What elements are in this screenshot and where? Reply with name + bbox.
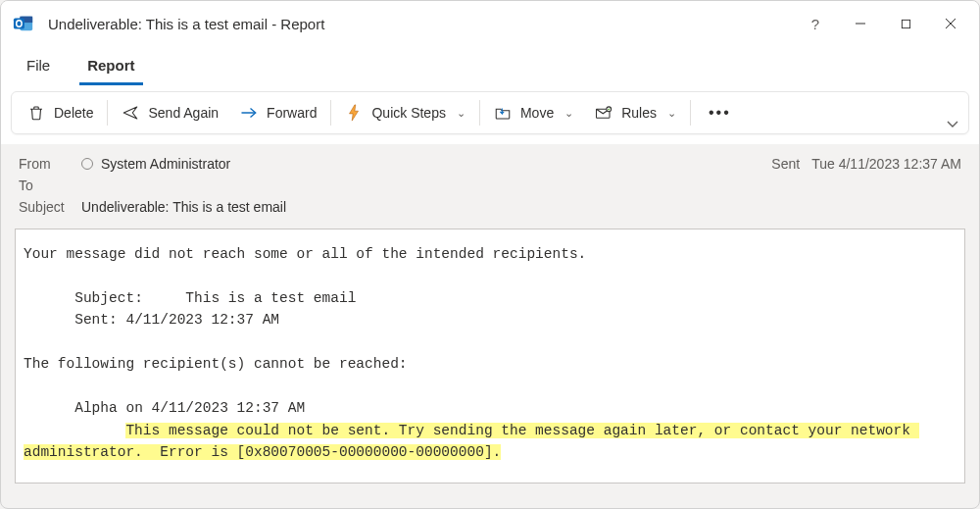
ellipsis-icon: •••	[709, 104, 731, 122]
close-button[interactable]	[928, 1, 973, 46]
sent-label: Sent	[771, 156, 800, 172]
lightning-icon	[345, 104, 363, 122]
quick-steps-label: Quick Steps	[371, 105, 445, 121]
move-to-folder-icon	[494, 104, 512, 122]
from-label: From	[19, 156, 81, 172]
from-value: System Administrator	[101, 156, 230, 172]
message-body: Your message did not reach some or all o…	[16, 229, 964, 484]
move-label: Move	[520, 105, 554, 121]
move-button[interactable]: Move ⌄	[484, 95, 583, 130]
ribbon-toolbar: Delete Send Again Forward Quick Steps ⌄	[11, 91, 969, 134]
delete-label: Delete	[54, 105, 93, 121]
subject-value: Undeliverable: This is a test email	[81, 199, 286, 215]
title-bar: Undeliverable: This is a test email - Re…	[1, 1, 979, 46]
send-again-button[interactable]: Send Again	[112, 95, 228, 130]
trash-icon	[27, 104, 45, 122]
send-icon	[122, 104, 139, 122]
svg-rect-5	[902, 20, 909, 27]
chevron-down-icon: ⌄	[564, 107, 573, 120]
more-commands-button[interactable]: •••	[695, 95, 745, 130]
message-body-pane[interactable]: Your message did not reach some or all o…	[15, 229, 965, 484]
rules-button[interactable]: Rules ⌄	[585, 95, 686, 130]
delete-button[interactable]: Delete	[18, 95, 103, 130]
send-again-label: Send Again	[148, 105, 219, 121]
tab-report[interactable]: Report	[79, 49, 142, 85]
help-button[interactable]: ?	[793, 1, 838, 46]
rules-label: Rules	[621, 105, 657, 121]
error-highlight: This message could not be sent. Try send…	[24, 423, 919, 460]
sent-value: Tue 4/11/2023 12:37 AM	[811, 156, 961, 172]
maximize-button[interactable]	[883, 1, 928, 46]
subject-label: Subject	[19, 199, 81, 215]
to-label: To	[19, 178, 81, 193]
forward-arrow-icon	[240, 104, 258, 122]
tab-file[interactable]: File	[19, 49, 58, 85]
window-title: Undeliverable: This is a test email - Re…	[48, 16, 324, 32]
ribbon-tabs: File Report	[1, 46, 979, 85]
chevron-down-icon: ⌄	[667, 107, 676, 120]
minimize-button[interactable]	[838, 1, 883, 46]
collapse-ribbon-button[interactable]	[943, 116, 962, 135]
forward-label: Forward	[267, 105, 317, 121]
message-header: From System Administrator Sent Tue 4/11/…	[1, 144, 979, 225]
forward-button[interactable]: Forward	[230, 95, 326, 130]
chevron-down-icon: ⌄	[457, 107, 466, 120]
presence-indicator-icon	[81, 158, 93, 170]
outlook-app-icon	[13, 13, 34, 34]
rules-icon	[595, 104, 612, 122]
quick-steps-button[interactable]: Quick Steps ⌄	[335, 95, 474, 130]
